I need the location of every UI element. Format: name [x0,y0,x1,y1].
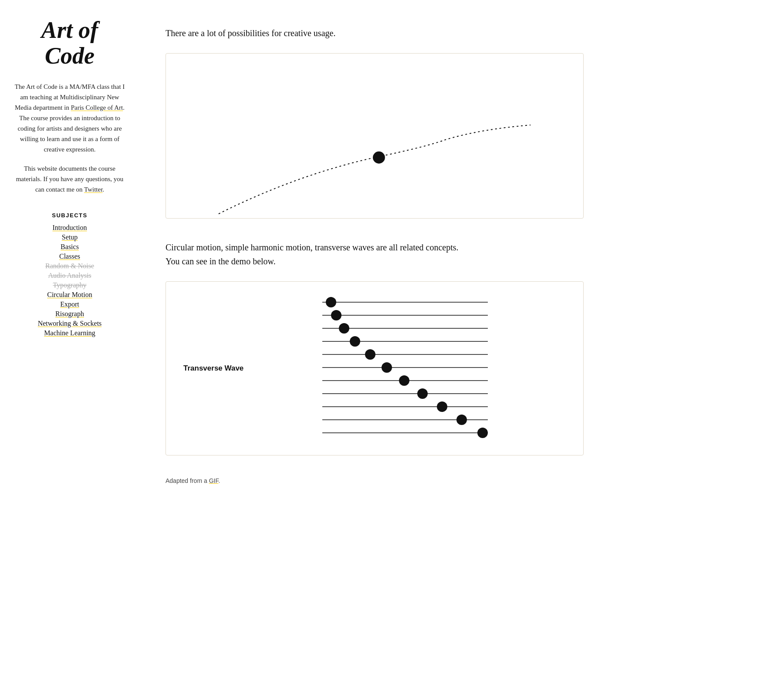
wave-container: Transverse Wave [166,282,583,455]
adapted-text: Adapted from a GIF. [166,477,584,484]
site-logo: Art ofCode [41,17,98,69]
curve-demo-svg [166,54,583,218]
sidebar: Art ofCode The Art of Code is a MA/MFA c… [0,0,139,688]
wave-label: Transverse Wave [183,364,253,373]
intro-text: There are a lot of possibilities for cre… [166,26,584,40]
nav-item-introduction[interactable]: Introduction [13,224,126,232]
svg-point-17 [437,401,447,412]
section-text: Circular motion, simple harmonic motion,… [166,240,462,268]
svg-point-21 [477,428,488,438]
sidebar-description-2: This website documents the course materi… [13,163,126,195]
wave-demo-box: Transverse Wave [166,281,584,455]
nav-item-classes[interactable]: Classes [13,253,126,260]
nav-item-basics[interactable]: Basics [13,243,126,251]
nav-item-audio-analysis[interactable]: Audio Analysis [13,272,126,280]
svg-point-9 [365,349,375,360]
svg-point-5 [339,323,349,334]
nav-item-risograph[interactable]: Risograph [13,310,126,318]
curve-demo-box [166,53,584,219]
svg-point-11 [382,362,392,373]
svg-point-1 [326,297,336,307]
nav-item-random-noise[interactable]: Random & Noise [13,262,126,270]
svg-point-3 [331,310,341,320]
nav-item-machine-learning[interactable]: Machine Learning [13,329,126,337]
wave-svg [253,290,566,447]
wave-lines [322,297,488,438]
gif-link[interactable]: GIF [209,477,219,484]
svg-point-19 [456,415,467,425]
nav-list: Introduction Setup Basics Classes Random… [13,224,126,339]
nav-item-networking-sockets[interactable]: Networking & Sockets [13,320,126,327]
main-content: There are a lot of possibilities for cre… [139,0,618,688]
nav-item-circular-motion[interactable]: Circular Motion [13,291,126,299]
sidebar-description-1: The Art of Code is a MA/MFA class that I… [13,81,126,155]
curve-path [219,125,531,214]
subjects-heading: SUBJECTS [52,212,87,219]
svg-point-13 [399,375,409,386]
twitter-link[interactable]: Twitter [84,186,102,193]
svg-point-7 [350,336,360,347]
nav-item-typography[interactable]: Typography [13,281,126,289]
nav-item-setup[interactable]: Setup [13,233,126,241]
curve-dot [373,152,385,164]
nav-item-export[interactable]: Export [13,300,126,308]
svg-point-15 [417,388,428,399]
paris-college-link[interactable]: Paris College of Art [71,104,123,111]
